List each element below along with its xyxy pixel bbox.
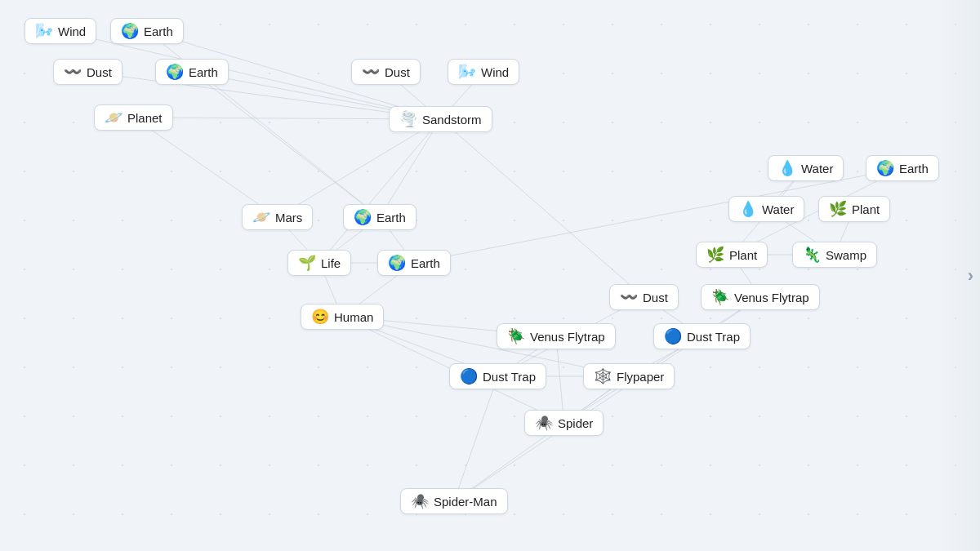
node-label-life1: Life — [321, 256, 341, 270]
node-icon-dust3: 〰️ — [620, 290, 638, 304]
node-label-swamp1: Swamp — [826, 248, 866, 262]
node-icon-wind2: 🌬️ — [458, 64, 476, 79]
node-icon-plant2: 🌿 — [829, 202, 847, 216]
node-earth2[interactable]: 🌍Earth — [155, 59, 229, 85]
node-venusflytrap1[interactable]: 🪲Venus Flytrap — [701, 284, 820, 310]
node-label-mars1: Mars — [275, 211, 302, 224]
node-label-water2: Water — [762, 202, 794, 216]
node-label-dust3: Dust — [643, 291, 668, 304]
node-label-dusttrap2: Dust Trap — [483, 370, 536, 384]
node-dusttrap2[interactable]: 🔵Dust Trap — [449, 363, 546, 389]
connection-dusttrap2-spiderman1 — [454, 376, 498, 501]
connection-sandstorm1-dust3 — [441, 119, 644, 297]
node-planet1[interactable]: 🪐Planet — [94, 104, 173, 131]
node-life1[interactable]: 🌱Life — [287, 250, 351, 276]
node-wind2[interactable]: 🌬️Wind — [448, 59, 519, 85]
node-spider1[interactable]: 🕷️Spider — [524, 410, 604, 436]
node-earth3[interactable]: 🌍Earth — [343, 204, 416, 230]
node-swamp1[interactable]: 🦎Swamp — [792, 242, 877, 268]
connection-sandstorm1-mars1 — [278, 119, 441, 217]
node-label-plant2: Plant — [852, 202, 880, 216]
node-label-sandstorm1: Sandstorm — [422, 113, 482, 127]
node-spiderman1[interactable]: 🕷️Spider-Man — [400, 488, 508, 514]
node-icon-mars1: 🪐 — [252, 210, 270, 224]
node-label-flypaper1: Flypaper — [617, 370, 664, 384]
node-earth5[interactable]: 🌍Earth — [866, 155, 939, 181]
node-earth1[interactable]: 🌍Earth — [110, 18, 184, 44]
node-flypaper1[interactable]: 🕸️Flypaper — [583, 363, 675, 389]
node-icon-dust1: 〰️ — [64, 64, 82, 79]
node-icon-life1: 🌱 — [298, 256, 316, 270]
node-icon-venusflytrap1: 🪲 — [711, 290, 729, 304]
node-plant1[interactable]: 🌿Plant — [696, 242, 768, 268]
node-label-earth5: Earth — [899, 162, 929, 176]
node-mars1[interactable]: 🪐Mars — [242, 204, 313, 230]
node-dust2[interactable]: 〰️Dust — [351, 59, 421, 85]
node-water1[interactable]: 💧Water — [768, 155, 844, 181]
node-label-wind2: Wind — [481, 65, 509, 79]
node-label-venusflytrap1: Venus Flytrap — [734, 291, 809, 304]
node-icon-venusflytrap2: 🪲 — [507, 329, 525, 344]
node-icon-spiderman1: 🕷️ — [411, 494, 429, 509]
node-icon-human1: 😊 — [311, 309, 329, 324]
node-label-dusttrap1: Dust Trap — [687, 330, 740, 344]
node-icon-dusttrap1: 🔵 — [664, 329, 682, 344]
node-wind1[interactable]: 🌬️Wind — [24, 18, 96, 44]
node-plant2[interactable]: 🌿Plant — [818, 196, 890, 222]
node-human1[interactable]: 😊Human — [301, 304, 384, 330]
node-icon-dust2: 〰️ — [362, 64, 380, 79]
node-icon-earth4: 🌍 — [388, 256, 406, 270]
node-label-wind1: Wind — [58, 24, 86, 38]
node-label-water1: Water — [801, 162, 833, 176]
node-icon-plant1: 🌿 — [706, 247, 724, 262]
node-dust3[interactable]: 〰️Dust — [609, 284, 679, 310]
node-icon-earth3: 🌍 — [354, 210, 372, 224]
connection-planet1-mars1 — [134, 118, 278, 217]
right-panel-hint — [939, 0, 980, 551]
connection-venusflytrap1-spider1 — [564, 297, 761, 423]
node-label-earth2: Earth — [189, 65, 218, 79]
node-icon-water1: 💧 — [778, 161, 796, 176]
node-icon-earth5: 🌍 — [876, 161, 894, 176]
node-label-earth3: Earth — [376, 211, 406, 224]
node-label-dust1: Dust — [87, 65, 112, 79]
node-dust1[interactable]: 〰️Dust — [53, 59, 122, 85]
node-icon-sandstorm1: 🌪️ — [399, 112, 417, 127]
node-dusttrap1[interactable]: 🔵Dust Trap — [653, 323, 751, 349]
node-icon-wind1: 🌬️ — [35, 24, 53, 38]
node-label-earth4: Earth — [411, 256, 440, 270]
connection-sandstorm1-earth3 — [380, 119, 441, 217]
node-icon-earth1: 🌍 — [121, 24, 139, 38]
node-label-dust2: Dust — [385, 65, 410, 79]
node-label-spider1: Spider — [558, 416, 593, 430]
node-label-earth1: Earth — [144, 24, 173, 38]
connection-sandstorm1-life1 — [319, 119, 441, 263]
node-icon-planet1: 🪐 — [105, 110, 122, 125]
node-water2[interactable]: 💧Water — [728, 196, 804, 222]
node-icon-spider1: 🕷️ — [535, 415, 553, 430]
scroll-right-arrow[interactable]: › — [968, 265, 973, 287]
node-label-spiderman1: Spider-Man — [434, 495, 497, 509]
node-label-venusflytrap2: Venus Flytrap — [530, 330, 605, 344]
node-icon-water2: 💧 — [739, 202, 757, 216]
node-label-human1: Human — [334, 310, 373, 324]
node-venusflytrap2[interactable]: 🪲Venus Flytrap — [497, 323, 616, 349]
node-icon-flypaper1: 🕸️ — [594, 369, 612, 384]
node-earth4[interactable]: 🌍Earth — [377, 250, 451, 276]
node-icon-earth2: 🌍 — [166, 64, 184, 79]
node-sandstorm1[interactable]: 🌪️Sandstorm — [389, 106, 492, 132]
node-icon-swamp1: 🦎 — [803, 247, 821, 262]
node-label-planet1: Planet — [127, 111, 163, 125]
connection-earth2-earth3 — [192, 72, 380, 217]
node-label-plant1: Plant — [729, 248, 757, 262]
node-icon-dusttrap2: 🔵 — [460, 369, 478, 384]
